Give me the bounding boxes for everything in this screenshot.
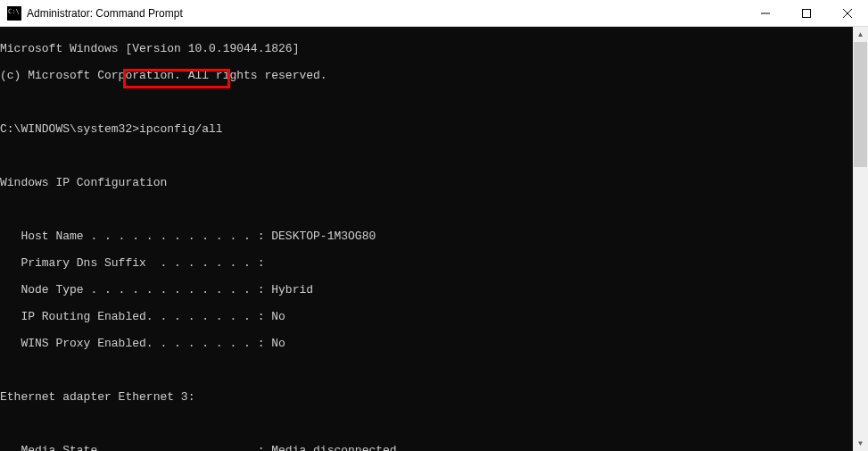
blank-line [0, 363, 853, 377]
node-type: Node Type . . . . . . . . . . . . : Hybr… [0, 283, 853, 296]
scroll-up-arrow[interactable]: ▲ [853, 27, 868, 42]
primary-dns-suffix: Primary Dns Suffix . . . . . . . : [0, 256, 853, 270]
window-controls [745, 0, 868, 26]
scrollbar-thumb[interactable] [854, 42, 867, 167]
terminal-container: Microsoft Windows [Version 10.0.19044.18… [0, 27, 868, 451]
close-button[interactable] [827, 0, 868, 27]
ip-routing: IP Routing Enabled. . . . . . . . : No [0, 310, 853, 323]
maximize-icon [802, 9, 811, 18]
wins-proxy: WINS Proxy Enabled. . . . . . . . : No [0, 337, 853, 350]
section-ip-config: Windows IP Configuration [0, 176, 853, 189]
prompt-command: C:\WINDOWS\system32>ipconfig/all [0, 122, 853, 136]
maximize-button[interactable] [786, 0, 827, 27]
window-titlebar: Administrator: Command Prompt [0, 0, 868, 27]
blank-line [0, 203, 853, 216]
host-name: Host Name . . . . . . . . . . . . : DESK… [0, 230, 853, 243]
scroll-down-arrow[interactable]: ▼ [853, 436, 868, 451]
scrollbar-track[interactable] [853, 42, 868, 436]
eth3-media-state: Media State . . . . . . . . . . . : Medi… [0, 444, 853, 451]
header-copyright: (c) Microsoft Corporation. All rights re… [0, 69, 853, 82]
close-icon [843, 9, 852, 18]
terminal-output[interactable]: Microsoft Windows [Version 10.0.19044.18… [0, 27, 853, 451]
section-ethernet-3: Ethernet adapter Ethernet 3: [0, 390, 853, 404]
minimize-icon [761, 9, 770, 18]
blank-line [0, 417, 853, 430]
blank-line [0, 96, 853, 109]
header-version: Microsoft Windows [Version 10.0.19044.18… [0, 42, 853, 55]
svg-rect-1 [803, 10, 811, 18]
vertical-scrollbar[interactable]: ▲ ▼ [853, 27, 868, 451]
minimize-button[interactable] [745, 0, 786, 27]
blank-line [0, 149, 853, 163]
cmd-icon [7, 6, 21, 21]
window-title: Administrator: Command Prompt [27, 7, 745, 20]
